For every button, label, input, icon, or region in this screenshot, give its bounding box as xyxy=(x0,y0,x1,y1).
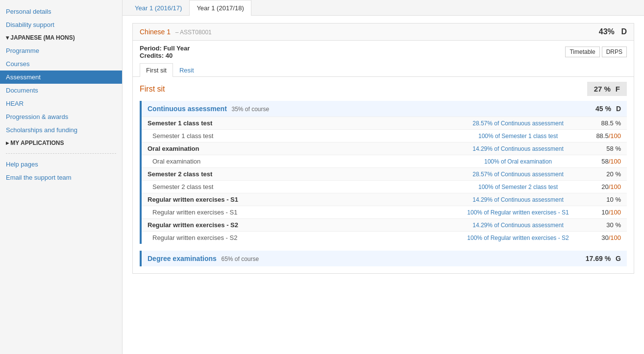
degree-examinations-score-area: 17.69 % G xyxy=(586,255,621,262)
row-sem1-score: 88.5 % xyxy=(572,119,621,127)
course-overall-pct: 43% xyxy=(599,27,615,36)
row-rwe-s1-sub-name: Regular written exercises - S1 xyxy=(148,209,464,216)
sub-tabs: First sit Resit xyxy=(133,63,634,77)
continuous-assessment-title-area: Continuous assessment 35% of course xyxy=(148,105,269,113)
sidebar-item-progression-awards[interactable]: Progression & awards xyxy=(0,110,122,123)
degree-examinations-subtitle: 65% of course xyxy=(221,256,259,262)
sidebar-item-help-pages[interactable]: Help pages xyxy=(0,158,122,171)
row-rwe-s2-sub-pct: 100% of Regular written exercises - S2 xyxy=(464,235,572,241)
row-sem2-name: Semester 2 class test xyxy=(148,170,464,178)
credits-label: Credits: xyxy=(140,52,164,59)
course-card: Chinese 1 – ASST08001 43% D Period: Full… xyxy=(132,23,634,274)
course-credits: Credits: 40 xyxy=(140,52,190,59)
row-sem2-sub-name: Semester 2 class test xyxy=(148,183,464,190)
degree-examinations-block: Degree examinations 65% of course 17.69 … xyxy=(140,251,627,266)
row-sem1-sub-name: Semester 1 class test xyxy=(148,132,464,140)
first-sit-title: First sit xyxy=(140,85,165,94)
row-oral-group: Oral examination 14.29% of Continuous as… xyxy=(142,142,627,155)
sidebar-divider xyxy=(6,153,116,154)
row-rwe-s1-name: Regular written exercises - S1 xyxy=(148,196,464,203)
row-oral-pct: 14.29% of Continuous assessment xyxy=(464,145,572,152)
content-area: Chinese 1 – ASST08001 43% D Period: Full… xyxy=(123,16,644,288)
first-sit-grade: F xyxy=(616,85,620,93)
row-rwe-s2-name: Regular written exercises - S2 xyxy=(148,221,464,229)
continuous-assessment-block: Continuous assessment 35% of course 45 %… xyxy=(140,101,627,244)
course-meta-buttons: Timetable DRPS xyxy=(565,47,627,57)
sidebar-item-scholarships-funding[interactable]: Scholarships and funding xyxy=(0,123,122,137)
row-rwe-s1-pct: 14.29% of Continuous assessment xyxy=(464,196,572,203)
top-tabs: Year 1 (2016/17) Year 1 (2017/18) xyxy=(123,0,644,16)
sidebar-item-disability-support[interactable]: Disability support xyxy=(0,18,122,31)
row-rwe-s1-sub-score: 10/100 xyxy=(572,209,621,216)
period-label: Period: xyxy=(140,45,162,52)
degree-examinations-score: 17.69 % xyxy=(586,255,611,262)
row-rwe-s2-sub-score: 30/100 xyxy=(572,234,621,241)
row-oral-sub: Oral examination 100% of Oral examinatio… xyxy=(142,155,627,167)
section-prefix: ▾ xyxy=(6,34,10,41)
sidebar-item-personal-details[interactable]: Personal details xyxy=(0,5,122,18)
degree-examinations-header: Degree examinations 65% of course 17.69 … xyxy=(142,251,627,266)
period-value: Full Year xyxy=(163,45,190,52)
continuous-assessment-score-area: 45 % D xyxy=(595,105,621,113)
continuous-assessment-subtitle: 35% of course xyxy=(231,106,269,113)
degree-examinations-title: Degree examinations xyxy=(148,255,217,262)
row-rwe-s2-pct: 14.29% of Continuous assessment xyxy=(464,222,572,229)
sidebar-item-hear[interactable]: HEAR xyxy=(0,97,122,110)
continuous-assessment-header: Continuous assessment 35% of course 45 %… xyxy=(142,101,627,117)
row-sem2-sub: Semester 2 class test 100% of Semester 2… xyxy=(142,180,627,193)
course-period: Period: Full Year xyxy=(140,45,190,52)
continuous-assessment-grade: D xyxy=(616,105,621,113)
drps-button[interactable]: DRPS xyxy=(602,47,627,57)
row-rwe-s1-score: 10 % xyxy=(572,196,621,203)
row-oral-sub-name: Oral examination xyxy=(148,158,464,165)
course-meta-details: Period: Full Year Credits: 40 xyxy=(140,45,190,59)
credits-value: 40 xyxy=(166,52,173,59)
sidebar-item-documents[interactable]: Documents xyxy=(0,84,122,97)
course-title-area: Chinese 1 – ASST08001 xyxy=(140,28,212,36)
row-sem1-class-test-group: Semester 1 class test 28.57% of Continuo… xyxy=(142,117,627,129)
row-sem2-sub-pct: 100% of Semester 2 class test xyxy=(464,184,572,190)
sidebar-section-japanese: ▾ JAPANESE (MA HONS) xyxy=(0,31,122,44)
continuous-assessment-score: 45 % xyxy=(595,105,611,113)
row-rwe-s2-score: 30 % xyxy=(572,221,621,229)
sidebar-item-programme[interactable]: Programme xyxy=(0,44,122,57)
row-oral-sub-pct: 100% of Oral examination xyxy=(464,158,572,165)
course-meta: Period: Full Year Credits: 40 Timetable … xyxy=(133,41,634,63)
tab-year1-2016[interactable]: Year 1 (2016/17) xyxy=(127,0,189,16)
course-title: Chinese 1 xyxy=(140,28,171,36)
row-rwe-s2-sub-name: Regular written exercises - S2 xyxy=(148,234,464,241)
sub-tab-first-sit[interactable]: First sit xyxy=(140,63,173,77)
first-sit-grade-box: 27 % F xyxy=(587,82,627,96)
row-sem1-sub-score: 88.5/100 xyxy=(572,132,621,140)
degree-examinations-title-area: Degree examinations 65% of course xyxy=(148,255,259,262)
course-code: – ASST08001 xyxy=(175,29,212,36)
row-sem1-class-test-sub: Semester 1 class test 100% of Semester 1… xyxy=(142,129,627,142)
first-sit-header: First sit 27 % F xyxy=(133,77,634,101)
sub-tab-resit[interactable]: Resit xyxy=(173,63,200,77)
row-rwe-s2-sub: Regular written exercises - S2 100% of R… xyxy=(142,231,627,244)
timetable-button[interactable]: Timetable xyxy=(565,47,599,57)
row-sem1-pct: 28.57% of Continuous assessment xyxy=(464,120,572,127)
sidebar-item-email-support[interactable]: Email the support team xyxy=(0,171,122,184)
row-rwe-s1-group: Regular written exercises - S1 14.29% of… xyxy=(142,193,627,206)
row-rwe-s1-sub-pct: 100% of Regular written exercises - S1 xyxy=(464,209,572,216)
row-sem1-name: Semester 1 class test xyxy=(148,119,464,127)
row-oral-score: 58 % xyxy=(572,145,621,152)
row-sem2-pct: 28.57% of Continuous assessment xyxy=(464,171,572,178)
row-oral-sub-score: 58/100 xyxy=(572,158,621,165)
sidebar: Personal details Disability support ▾ JA… xyxy=(0,0,123,354)
row-rwe-s1-sub: Regular written exercises - S1 100% of R… xyxy=(142,206,627,218)
sidebar-item-courses[interactable]: Courses xyxy=(0,57,122,71)
sidebar-item-assessment[interactable]: Assessment xyxy=(0,71,122,84)
row-sem2-score: 20 % xyxy=(572,170,621,178)
section-prefix-applications: ▸ xyxy=(6,140,10,146)
row-rwe-s2-group: Regular written exercises - S2 14.29% of… xyxy=(142,218,627,231)
row-oral-name: Oral examination xyxy=(148,145,464,152)
sidebar-section-my-applications: ▸ MY APPLICATIONS xyxy=(0,137,122,149)
row-sem2-class-test-group: Semester 2 class test 28.57% of Continuo… xyxy=(142,167,627,180)
continuous-assessment-title: Continuous assessment xyxy=(148,105,227,113)
course-header: Chinese 1 – ASST08001 43% D xyxy=(133,24,634,41)
row-sem1-sub-pct: 100% of Semester 1 class test xyxy=(464,133,572,140)
tab-year1-2017[interactable]: Year 1 (2017/18) xyxy=(189,0,251,16)
main-content: Year 1 (2016/17) Year 1 (2017/18) Chines… xyxy=(123,0,644,354)
